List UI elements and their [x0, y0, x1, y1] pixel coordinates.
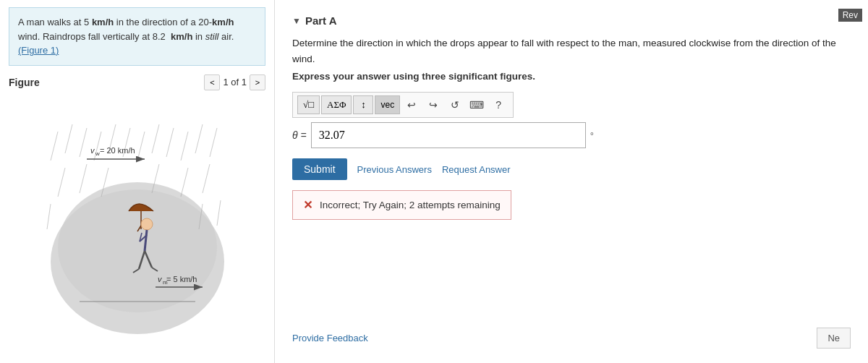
sqrt-button[interactable]: √□: [297, 95, 320, 114]
figure-svg: v w = 20 km/h: [43, 117, 231, 334]
svg-line-18: [181, 168, 188, 197]
keyboard-button[interactable]: ⌨: [467, 95, 487, 114]
provide-feedback-link[interactable]: Provide Feedback: [292, 333, 368, 343]
math-toolbar: √□ ΑΣΦ ↕ vec ↩ ↪ ↺ ⌨ ?: [292, 92, 514, 118]
svg-line-3: [65, 124, 72, 153]
vec-button[interactable]: vec: [375, 95, 400, 114]
answer-row: θ = °: [292, 122, 851, 148]
part-header: ▼ Part A: [292, 14, 851, 27]
svg-line-2: [51, 132, 58, 161]
left-panel: A man walks at 5 km/h in the direction o…: [0, 0, 275, 363]
part-a-section: ▼ Part A Determine the direction in whic…: [292, 14, 851, 234]
svg-line-20: [47, 204, 51, 229]
next-button[interactable]: Ne: [817, 328, 851, 349]
problem-text-box: A man walks at 5 km/h in the direction o…: [9, 7, 265, 66]
nav-page-indicator: 1 of 1: [223, 77, 247, 87]
symbol-button[interactable]: ΑΣΦ: [321, 95, 352, 114]
error-icon: ✕: [303, 198, 312, 212]
nav-prev-button[interactable]: <: [204, 74, 220, 90]
wind-arrow: v w = 20 km/h: [87, 146, 145, 159]
svg-text:w: w: [95, 150, 100, 157]
right-panel: ▼ Part A Determine the direction in whic…: [275, 0, 868, 363]
error-box: ✕ Incorrect; Try Again; 2 attempts remai…: [292, 190, 511, 220]
problem-text: A man walks at 5 km/h in the direction o…: [18, 17, 234, 42]
svg-text:= 20 km/h: = 20 km/h: [100, 146, 135, 155]
degree-symbol: °: [590, 130, 594, 141]
figure-area: v w = 20 km/h: [9, 96, 265, 356]
svg-point-30: [141, 218, 153, 230]
nav-controls: < 1 of 1 >: [204, 74, 265, 90]
redo-button[interactable]: ↪: [423, 95, 443, 114]
figure-title: Figure: [9, 77, 40, 88]
svg-line-14: [58, 168, 65, 197]
svg-text:v: v: [90, 146, 95, 155]
svg-line-15: [80, 164, 87, 193]
svg-line-19: [203, 164, 210, 193]
figure-header: Figure < 1 of 1 >: [9, 74, 265, 90]
svg-line-4: [80, 128, 87, 157]
part-a-title: Part A: [305, 14, 337, 27]
answer-label: θ =: [292, 129, 307, 141]
rev-label: Rev: [838, 9, 862, 22]
svg-line-22: [217, 200, 221, 226]
submit-button[interactable]: Submit: [292, 158, 347, 180]
svg-line-13: [210, 128, 217, 157]
previous-answers-link[interactable]: Previous Answers: [357, 164, 432, 175]
bottom-row: Provide Feedback Ne: [292, 320, 851, 349]
submit-row: Submit Previous Answers Request Answer: [292, 158, 851, 180]
nav-next-button[interactable]: >: [250, 74, 265, 90]
undo-button[interactable]: ↩: [401, 95, 422, 114]
error-text: Incorrect; Try Again; 2 attempts remaini…: [320, 200, 501, 210]
collapse-arrow[interactable]: ▼: [292, 16, 301, 26]
svg-line-9: [152, 124, 159, 153]
svg-line-10: [166, 128, 174, 157]
bold-instruction: Express your answer using three signific…: [292, 71, 851, 82]
svg-line-11: [181, 132, 188, 161]
svg-line-12: [195, 124, 203, 153]
svg-text:= 5 km/h: = 5 km/h: [166, 275, 197, 283]
answer-input[interactable]: [311, 122, 586, 148]
svg-line-8: [137, 132, 145, 161]
rev-indicator-area: Rev: [833, 6, 868, 25]
question-text: Determine the direction in which the dro…: [292, 35, 851, 67]
request-answer-link[interactable]: Request Answer: [442, 164, 511, 175]
svg-point-1: [58, 182, 217, 312]
figure-link[interactable]: (Figure 1): [18, 45, 59, 56]
format-button[interactable]: ↕: [353, 95, 373, 114]
help-button[interactable]: ?: [488, 95, 509, 114]
refresh-button[interactable]: ↺: [445, 95, 465, 114]
